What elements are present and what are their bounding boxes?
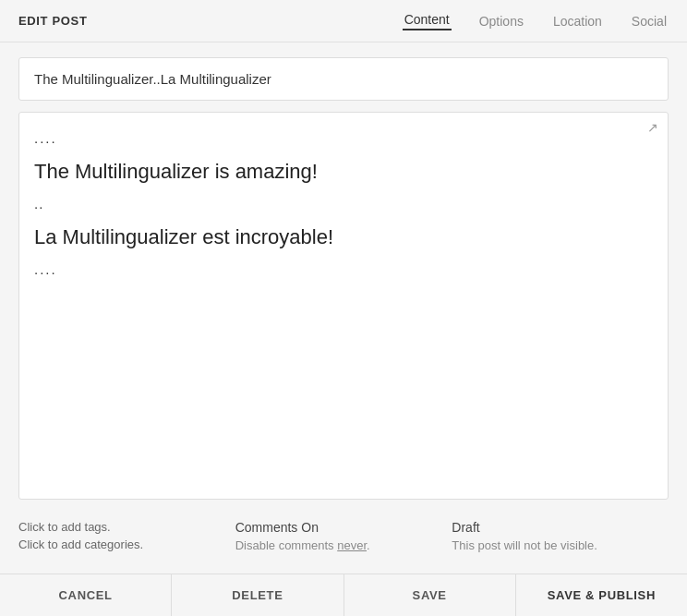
editor-dots-2: .. bbox=[34, 193, 653, 215]
footer-toolbar: CANCEL DELETE SAVE SAVE & PUBLISH bbox=[0, 574, 687, 616]
comments-never-link[interactable]: never bbox=[337, 538, 367, 552]
content-editor[interactable]: ↗ .... The Multilingualizer is amazing! … bbox=[18, 112, 669, 500]
editor-dots-1: .... bbox=[34, 127, 653, 150]
comments-heading: Comments On bbox=[235, 520, 452, 535]
add-categories-link[interactable]: Click to add categories. bbox=[18, 537, 235, 551]
editor-line-2: La Multilingualizer est incroyable! bbox=[34, 221, 653, 253]
meta-section: Click to add tags. Click to add categori… bbox=[18, 511, 669, 559]
save-publish-button[interactable]: SAVE & PUBLISH bbox=[516, 574, 687, 616]
comments-subtext-text: Disable comments bbox=[235, 538, 338, 552]
expand-icon[interactable]: ↗ bbox=[647, 120, 658, 135]
editor-line-1: The Multilingualizer is amazing! bbox=[34, 155, 653, 187]
tab-content[interactable]: Content bbox=[403, 12, 452, 30]
editor-dots-3: .... bbox=[34, 259, 653, 281]
comments-subtext: Disable comments never. bbox=[235, 538, 452, 552]
header-nav: Content Options Location Social bbox=[403, 12, 669, 30]
comments-col: Comments On Disable comments never. bbox=[235, 520, 452, 552]
cancel-button[interactable]: CANCEL bbox=[0, 574, 172, 616]
post-status: Draft bbox=[452, 520, 669, 535]
tab-social[interactable]: Social bbox=[630, 14, 669, 29]
post-status-desc: This post will not be visible. bbox=[452, 538, 669, 552]
tab-location[interactable]: Location bbox=[551, 14, 604, 29]
page-header: EDIT POST Content Options Location Socia… bbox=[0, 0, 687, 42]
editor-body: .... The Multilingualizer is amazing! ..… bbox=[34, 127, 653, 281]
main-content: ↗ .... The Multilingualizer is amazing! … bbox=[0, 42, 687, 574]
post-title-input[interactable] bbox=[18, 57, 669, 101]
status-col: Draft This post will not be visible. bbox=[452, 520, 669, 552]
delete-button[interactable]: DELETE bbox=[172, 574, 344, 616]
comments-period: . bbox=[367, 538, 370, 552]
tab-options[interactable]: Options bbox=[477, 14, 525, 29]
tags-categories-col: Click to add tags. Click to add categori… bbox=[18, 520, 235, 555]
add-tags-link[interactable]: Click to add tags. bbox=[18, 520, 235, 534]
save-button[interactable]: SAVE bbox=[344, 574, 516, 616]
page-title: EDIT POST bbox=[18, 14, 87, 28]
